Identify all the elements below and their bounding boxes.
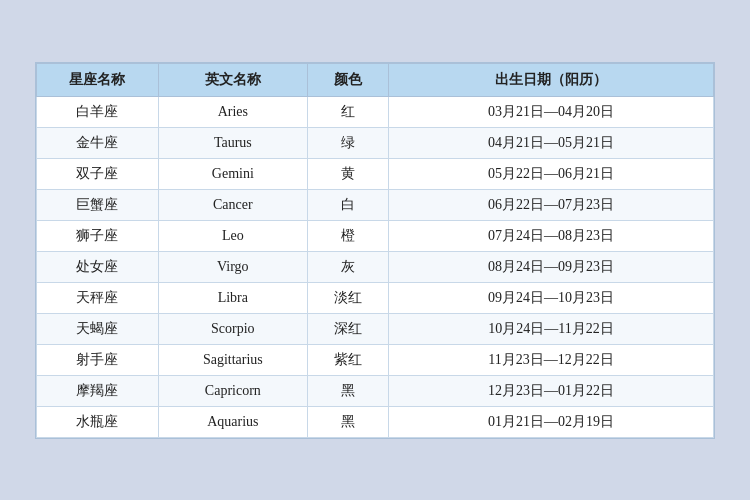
cell-chinese: 射手座 — [37, 344, 159, 375]
table-row: 双子座Gemini黄05月22日—06月21日 — [37, 158, 714, 189]
cell-english: Cancer — [158, 189, 307, 220]
table-row: 天蝎座Scorpio深红10月24日—11月22日 — [37, 313, 714, 344]
table-row: 摩羯座Capricorn黑12月23日—01月22日 — [37, 375, 714, 406]
cell-chinese: 狮子座 — [37, 220, 159, 251]
cell-english: Virgo — [158, 251, 307, 282]
cell-english: Capricorn — [158, 375, 307, 406]
table-row: 巨蟹座Cancer白06月22日—07月23日 — [37, 189, 714, 220]
header-chinese: 星座名称 — [37, 63, 159, 96]
cell-english: Sagittarius — [158, 344, 307, 375]
table-header-row: 星座名称 英文名称 颜色 出生日期（阳历） — [37, 63, 714, 96]
cell-chinese: 巨蟹座 — [37, 189, 159, 220]
zodiac-table: 星座名称 英文名称 颜色 出生日期（阳历） 白羊座Aries红03月21日—04… — [36, 63, 714, 438]
cell-chinese: 金牛座 — [37, 127, 159, 158]
cell-date: 07月24日—08月23日 — [389, 220, 714, 251]
cell-english: Libra — [158, 282, 307, 313]
cell-date: 03月21日—04月20日 — [389, 96, 714, 127]
cell-chinese: 水瓶座 — [37, 406, 159, 437]
header-english: 英文名称 — [158, 63, 307, 96]
cell-date: 12月23日—01月22日 — [389, 375, 714, 406]
cell-chinese: 天蝎座 — [37, 313, 159, 344]
table-row: 天秤座Libra淡红09月24日—10月23日 — [37, 282, 714, 313]
cell-date: 06月22日—07月23日 — [389, 189, 714, 220]
table-row: 狮子座Leo橙07月24日—08月23日 — [37, 220, 714, 251]
cell-chinese: 双子座 — [37, 158, 159, 189]
cell-color: 白 — [307, 189, 388, 220]
header-color: 颜色 — [307, 63, 388, 96]
cell-color: 橙 — [307, 220, 388, 251]
table-row: 金牛座Taurus绿04月21日—05月21日 — [37, 127, 714, 158]
cell-date: 10月24日—11月22日 — [389, 313, 714, 344]
table-row: 水瓶座Aquarius黑01月21日—02月19日 — [37, 406, 714, 437]
cell-english: Gemini — [158, 158, 307, 189]
cell-chinese: 摩羯座 — [37, 375, 159, 406]
cell-chinese: 天秤座 — [37, 282, 159, 313]
table-row: 处女座Virgo灰08月24日—09月23日 — [37, 251, 714, 282]
cell-chinese: 白羊座 — [37, 96, 159, 127]
cell-date: 05月22日—06月21日 — [389, 158, 714, 189]
table-body: 白羊座Aries红03月21日—04月20日金牛座Taurus绿04月21日—0… — [37, 96, 714, 437]
cell-english: Taurus — [158, 127, 307, 158]
cell-color: 黑 — [307, 406, 388, 437]
cell-color: 灰 — [307, 251, 388, 282]
header-date: 出生日期（阳历） — [389, 63, 714, 96]
cell-english: Scorpio — [158, 313, 307, 344]
cell-color: 紫红 — [307, 344, 388, 375]
cell-english: Aquarius — [158, 406, 307, 437]
table-row: 白羊座Aries红03月21日—04月20日 — [37, 96, 714, 127]
cell-date: 04月21日—05月21日 — [389, 127, 714, 158]
cell-color: 红 — [307, 96, 388, 127]
cell-color: 深红 — [307, 313, 388, 344]
cell-date: 11月23日—12月22日 — [389, 344, 714, 375]
cell-chinese: 处女座 — [37, 251, 159, 282]
cell-english: Aries — [158, 96, 307, 127]
cell-english: Leo — [158, 220, 307, 251]
cell-color: 淡红 — [307, 282, 388, 313]
table-row: 射手座Sagittarius紫红11月23日—12月22日 — [37, 344, 714, 375]
cell-color: 绿 — [307, 127, 388, 158]
cell-color: 黑 — [307, 375, 388, 406]
zodiac-table-wrapper: 星座名称 英文名称 颜色 出生日期（阳历） 白羊座Aries红03月21日—04… — [35, 62, 715, 439]
cell-date: 08月24日—09月23日 — [389, 251, 714, 282]
cell-color: 黄 — [307, 158, 388, 189]
cell-date: 09月24日—10月23日 — [389, 282, 714, 313]
cell-date: 01月21日—02月19日 — [389, 406, 714, 437]
